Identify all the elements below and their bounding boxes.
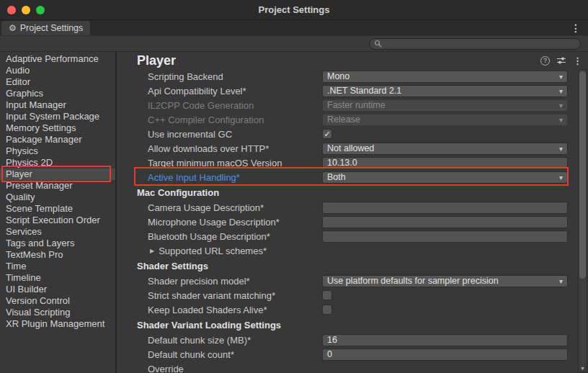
dropdown-value: Use platform defaults for sampler precis… xyxy=(327,276,556,286)
setting-row-allow-downloads-over-http: Allow downloads over HTTP*Not allowed▾ xyxy=(117,141,588,156)
panel-header: Player ? ⋮ xyxy=(117,52,588,69)
search-input[interactable] xyxy=(369,38,581,50)
setting-row-camera-usage-description: Camera Usage Description* xyxy=(117,200,588,215)
window-body: Adaptive PerformanceAudioEditorGraphicsI… xyxy=(0,52,588,373)
use-incremental-gc-checkbox[interactable]: ✓ xyxy=(322,129,332,139)
setting-label: Use incremental GC xyxy=(148,129,322,140)
section-header-shader-variant-loading-settings: Shader Variant Loading Settings xyxy=(117,317,588,333)
dropdown-arrow-icon: ▾ xyxy=(559,73,563,81)
section-header-label: Shader Settings xyxy=(137,261,208,271)
setting-label: C++ Compiler Configuration xyxy=(148,114,322,125)
section-header-label: Shader Variant Loading Settings xyxy=(137,320,281,331)
sidebar-item-package-manager[interactable]: Package Manager xyxy=(0,134,115,145)
gear-icon: ⚙ xyxy=(9,23,17,33)
sidebar-item-xr-plugin-management[interactable]: XR Plugin Management xyxy=(0,318,115,330)
il2cpp-code-generation-dropdown: Faster runtime▾ xyxy=(322,99,568,112)
setting-label: Default chunk size (MB)* xyxy=(148,335,322,346)
setting-label: Scripting Backend xyxy=(148,71,322,82)
presets-icon[interactable] xyxy=(556,56,566,65)
scrollbar-thumb[interactable] xyxy=(579,71,586,279)
default-chunk-size-mb-field[interactable]: 16 xyxy=(322,334,568,346)
dropdown-value: .NET Standard 2.1 xyxy=(327,86,556,96)
setting-label: Bluetooth Usage Description* xyxy=(148,231,322,242)
search-toolbar xyxy=(0,36,588,52)
textfield-value: 10.13.0 xyxy=(327,158,563,168)
sidebar-item-input-system-package[interactable]: Input System Package xyxy=(0,111,115,122)
sidebar-item-tags-and-layers[interactable]: Tags and Layers xyxy=(0,238,115,249)
sidebar-item-version-control[interactable]: Version Control xyxy=(0,295,115,307)
setting-label: Active Input Handling* xyxy=(148,172,322,183)
setting-row-il2cpp-code-generation: IL2CPP Code GenerationFaster runtime▾ xyxy=(117,98,588,112)
help-icon[interactable]: ? xyxy=(540,56,550,66)
dropdown-arrow-icon: ▾ xyxy=(559,277,563,285)
default-chunk-count-field[interactable]: 0 xyxy=(322,349,568,361)
dropdown-arrow-icon: ▾ xyxy=(559,174,563,181)
page-title: Player xyxy=(137,53,176,68)
setting-row-target-minimum-macos-version: Target minimum macOS Version10.13.0 xyxy=(117,156,588,170)
microphone-usage-description-field[interactable] xyxy=(322,216,568,228)
sidebar-item-physics[interactable]: Physics xyxy=(0,145,115,157)
sidebar-item-adaptive-performance[interactable]: Adaptive Performance xyxy=(0,53,115,65)
strict-shader-variant-matching-checkbox[interactable] xyxy=(322,290,332,300)
sidebar-item-script-execution-order[interactable]: Script Execution Order xyxy=(0,215,115,226)
setting-label: Shader precision model* xyxy=(148,276,322,287)
sidebar-item-ui-builder[interactable]: UI Builder xyxy=(0,284,115,295)
section-header-shader-settings: Shader Settings xyxy=(117,258,588,274)
setting-label: Microphone Usage Description* xyxy=(148,217,322,228)
shader-precision-model-dropdown[interactable]: Use platform defaults for sampler precis… xyxy=(322,275,568,287)
sidebar-item-timeline[interactable]: Timeline xyxy=(0,272,115,284)
sidebar-item-physics-2d[interactable]: Physics 2D xyxy=(0,157,115,168)
dropdown-arrow-icon: ▾ xyxy=(559,87,563,95)
setting-row-use-incremental-gc: Use incremental GC✓ xyxy=(117,127,588,141)
camera-usage-description-field[interactable] xyxy=(322,202,568,214)
sidebar-item-preset-manager[interactable]: Preset Manager xyxy=(0,180,115,192)
panel-header-icons: ? ⋮ xyxy=(540,55,582,66)
search-icon xyxy=(374,40,382,48)
sidebar-item-visual-scripting[interactable]: Visual Scripting xyxy=(0,307,115,318)
close-window-button[interactable] xyxy=(7,6,16,14)
sidebar-item-audio[interactable]: Audio xyxy=(0,65,115,76)
scripting-backend-dropdown[interactable]: Mono▾ xyxy=(322,71,568,83)
sidebar-item-player[interactable]: Player xyxy=(0,168,115,180)
foldout-supported-url-schemes[interactable]: ▶Supported URL schemes* xyxy=(117,243,588,258)
setting-row-microphone-usage-description: Microphone Usage Description* xyxy=(117,215,588,229)
setting-row-shader-precision-model: Shader precision model*Use platform defa… xyxy=(117,274,588,288)
macos-titlebar: Project Settings xyxy=(0,0,588,20)
scroll-down-arrow-icon[interactable]: ▼ xyxy=(579,366,587,371)
minimize-window-button[interactable] xyxy=(22,6,30,14)
sidebar-item-editor[interactable]: Editor xyxy=(0,76,115,88)
sidebar-item-memory-settings[interactable]: Memory Settings xyxy=(0,122,115,134)
c-compiler-configuration-dropdown: Release▾ xyxy=(322,114,568,126)
tab-project-settings[interactable]: ⚙ Project Settings xyxy=(1,21,90,35)
setting-row-override: Override xyxy=(117,361,588,373)
allow-downloads-over-http-dropdown[interactable]: Not allowed▾ xyxy=(322,143,568,155)
dropdown-value: Both xyxy=(327,172,556,182)
settings-sidebar: Adaptive PerformanceAudioEditorGraphicsI… xyxy=(0,52,117,373)
sidebar-item-time[interactable]: Time xyxy=(0,261,115,272)
panel-menu-icon[interactable]: ⋮ xyxy=(573,55,582,66)
sidebar-item-textmesh-pro[interactable]: TextMesh Pro xyxy=(0,249,115,261)
target-minimum-macos-version-field[interactable]: 10.13.0 xyxy=(322,157,568,169)
tab-strip-menu-icon[interactable]: ⋮ xyxy=(571,20,581,35)
sidebar-item-quality[interactable]: Quality xyxy=(0,192,115,203)
setting-row-scripting-backend: Scripting BackendMono▾ xyxy=(117,69,588,84)
active-input-handling-dropdown[interactable]: Both▾ xyxy=(322,171,568,184)
sidebar-item-services[interactable]: Services xyxy=(0,226,115,238)
vertical-scrollbar[interactable]: ▼ xyxy=(578,69,587,372)
textfield-value: 16 xyxy=(327,335,563,345)
dropdown-value: Mono xyxy=(327,71,556,81)
dropdown-arrow-icon: ▾ xyxy=(559,145,563,153)
setting-label: Camera Usage Description* xyxy=(148,202,322,213)
keep-loaded-shaders-alive-checkbox[interactable] xyxy=(322,305,332,315)
sidebar-item-input-manager[interactable]: Input Manager xyxy=(0,99,115,111)
api-compatibility-level-dropdown[interactable]: .NET Standard 2.1▾ xyxy=(322,85,568,97)
foldout-label: Supported URL schemes* xyxy=(159,246,267,256)
foldout-arrow-icon: ▶ xyxy=(150,248,154,254)
checkmark-icon: ✓ xyxy=(324,130,330,139)
textfield-value: 0 xyxy=(327,349,563,359)
zoom-window-button[interactable] xyxy=(36,6,45,14)
bluetooth-usage-description-field[interactable] xyxy=(322,230,568,243)
sidebar-item-graphics[interactable]: Graphics xyxy=(0,88,115,99)
window-title: Project Settings xyxy=(0,4,588,15)
sidebar-item-scene-template[interactable]: Scene Template xyxy=(0,203,115,215)
